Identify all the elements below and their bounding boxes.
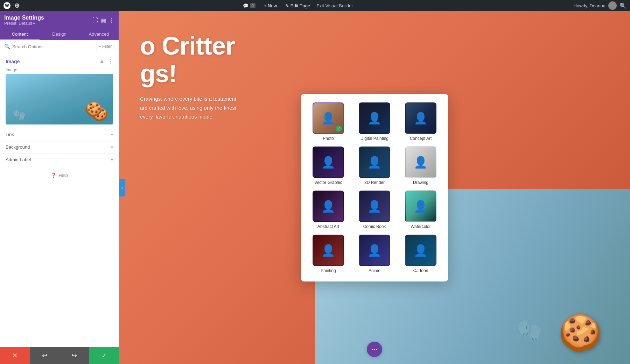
style-item-3d-render[interactable]: 👤3D Render: [354, 147, 395, 185]
style-thumbnail-watercolor: 👤: [405, 191, 436, 222]
chevron-up-icon[interactable]: ▲: [99, 58, 105, 65]
link-chevron-icon: ▾: [111, 132, 113, 137]
canvas-area: o Critter gs! Cravings, where every bite…: [119, 11, 630, 364]
style-label-digital-painting: Digital Painting: [360, 136, 388, 141]
fullscreen-icon[interactable]: ⛶: [92, 17, 98, 24]
search-input[interactable]: [12, 44, 94, 49]
style-grid: 👤✓Photo👤Digital Painting👤Concept Art👤Vec…: [308, 102, 441, 273]
new-label: + New: [264, 3, 277, 8]
background-chevron-icon: ▾: [111, 145, 113, 150]
sidebar-title: Image Settings: [4, 15, 44, 21]
image-field-label: Image: [0, 67, 119, 74]
style-item-abstract-art[interactable]: 👤Abstract Art: [308, 191, 349, 229]
background-label: Background: [6, 144, 30, 150]
top-bar-center: 💬 0 + New ✎ Edit Page Exit Visual Builde…: [24, 2, 569, 9]
filter-button[interactable]: + Filter: [96, 43, 114, 50]
style-label-cartoon: Cartoon: [413, 268, 428, 273]
more-icon[interactable]: ⋮: [109, 17, 114, 24]
sidebar: Image Settings Preset: Default ▾ ⛶ ▦ ⋮ C…: [0, 11, 119, 364]
style-item-drawing[interactable]: 👤Drawing: [400, 147, 441, 185]
image-preview[interactable]: 🧤 🍪: [6, 74, 113, 124]
cancel-button[interactable]: ✕: [0, 347, 30, 364]
sidebar-section-controls: ▲ ⋮: [99, 58, 113, 65]
cancel-icon: ✕: [12, 352, 18, 359]
edit-page-button[interactable]: ✎ Edit Page: [283, 2, 312, 9]
comment-count: 0: [250, 3, 255, 8]
style-label-painting: Painting: [321, 268, 336, 273]
selected-checkmark: ✓: [336, 126, 342, 132]
style-item-concept-art[interactable]: 👤Concept Art: [400, 102, 441, 141]
link-label: Link: [6, 132, 14, 137]
sidebar-section-image: Image ▲ ⋮ Image 🧤 🍪: [0, 53, 119, 128]
fab-icon: ⋯: [371, 345, 378, 353]
style-label-comic-book: Comic Book: [363, 224, 386, 229]
style-item-digital-painting[interactable]: 👤Digital Painting: [354, 102, 395, 141]
help-icon: ❓: [51, 173, 56, 178]
style-item-anime[interactable]: 👤Anime: [354, 235, 395, 273]
style-thumbnail-cartoon: 👤: [405, 235, 436, 266]
sidebar-title-group: Image Settings Preset: Default ▾: [4, 15, 44, 26]
sidebar-search: 🔍 + Filter: [0, 40, 119, 53]
style-label-abstract-art: Abstract Art: [317, 224, 339, 229]
tab-advanced[interactable]: Advanced: [79, 29, 119, 40]
sidebar-preset[interactable]: Preset: Default ▾: [4, 21, 44, 26]
sidebar-section-background[interactable]: Background ▾: [0, 141, 119, 153]
save-button[interactable]: ✓: [89, 347, 119, 364]
search-icon[interactable]: 🔍: [620, 2, 626, 9]
columns-icon[interactable]: ▦: [101, 17, 106, 24]
sidebar-section-link[interactable]: Link ▾: [0, 128, 119, 141]
style-thumbnail-comic-book: 👤: [359, 191, 390, 222]
style-label-vector-graphic: Vector Graphic: [314, 180, 342, 185]
sidebar-header: Image Settings Preset: Default ▾ ⛶ ▦ ⋮: [0, 11, 119, 29]
sidebar-section-admin-label[interactable]: Admin Label ▾: [0, 153, 119, 166]
top-bar-left: W ⊕: [4, 2, 20, 9]
style-label-anime: Anime: [369, 268, 380, 273]
sidebar-tabs: Content Design Advanced: [0, 29, 119, 40]
image-preview-area: 🧤 🍪: [0, 74, 119, 128]
style-item-cartoon[interactable]: 👤Cartoon: [400, 235, 441, 273]
style-item-comic-book[interactable]: 👤Comic Book: [354, 191, 395, 229]
popup-overlay: 👤✓Photo👤Digital Painting👤Concept Art👤Vec…: [119, 11, 630, 364]
tab-design[interactable]: Design: [40, 29, 79, 40]
more-options-icon[interactable]: ⋮: [107, 58, 113, 65]
style-item-vector-graphic[interactable]: 👤Vector Graphic: [308, 147, 349, 185]
avatar: [608, 1, 617, 10]
style-thumbnail-painting: 👤: [313, 235, 344, 266]
main-layout: Image Settings Preset: Default ▾ ⛶ ▦ ⋮ C…: [0, 11, 630, 364]
save-icon: ✓: [102, 352, 107, 359]
search-icon: 🔍: [4, 44, 10, 49]
exit-visual-builder-button[interactable]: Exit Visual Builder: [316, 3, 353, 8]
fab-button[interactable]: ⋯: [367, 342, 382, 357]
help-link[interactable]: ❓ Help: [0, 166, 119, 185]
style-label-watercolor: Watercolor: [411, 224, 431, 229]
redo-icon: ↪: [72, 352, 77, 359]
sidebar-section-header-image: Image ▲ ⋮: [0, 53, 119, 67]
style-item-photo[interactable]: 👤✓Photo: [308, 102, 349, 141]
style-thumbnail-concept-art: 👤: [405, 102, 436, 134]
style-item-watercolor[interactable]: 👤Watercolor: [400, 191, 441, 229]
style-thumbnail-drawing: 👤: [405, 147, 436, 178]
help-label: Help: [58, 173, 68, 178]
sidebar-header-icons: ⛶ ▦ ⋮: [92, 17, 114, 24]
undo-button[interactable]: ↩: [30, 347, 59, 364]
sidebar-section-title-image: Image: [6, 59, 20, 64]
redo-button[interactable]: ↪: [59, 347, 89, 364]
style-thumbnail-digital-painting: 👤: [359, 102, 390, 134]
style-item-painting[interactable]: 👤Painting: [308, 235, 349, 273]
admin-label-text: Admin Label: [6, 157, 31, 162]
wordpress-logo[interactable]: W: [4, 2, 10, 9]
style-label-concept-art: Concept Art: [410, 136, 432, 141]
undo-icon: ↩: [42, 352, 47, 359]
new-button[interactable]: + New: [262, 2, 279, 9]
comment-button[interactable]: 💬 0: [241, 2, 258, 9]
divi-icon[interactable]: ⊕: [13, 2, 20, 9]
bottom-toolbar: ✕ ↩ ↪ ✓: [0, 347, 119, 364]
edit-page-label: ✎ Edit Page: [285, 3, 310, 8]
style-thumbnail-anime: 👤: [359, 235, 390, 266]
tab-content[interactable]: Content: [0, 29, 40, 40]
style-picker-popup: 👤✓Photo👤Digital Painting👤Concept Art👤Vec…: [301, 94, 448, 281]
howdy-text: Howdy, Deanna: [573, 3, 606, 8]
comment-icon: 💬: [243, 3, 248, 8]
style-thumbnail-vector-graphic: 👤: [313, 147, 344, 178]
style-thumbnail-abstract-art: 👤: [313, 191, 344, 222]
